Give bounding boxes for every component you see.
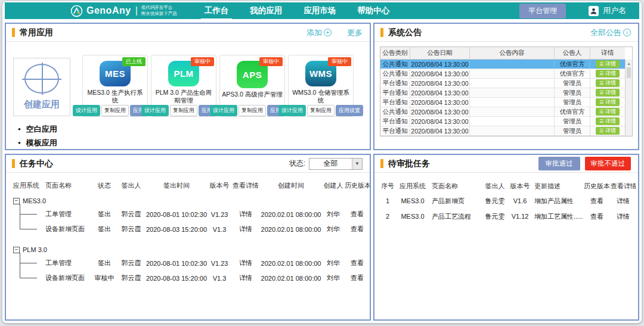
announcement-row[interactable]: 平台通知 2020/08/04 13:30:00 管理员 ☰详情 — [380, 88, 625, 98]
reject-button[interactable]: 审批不通过 — [585, 157, 631, 170]
announcement-category: 平台通知 — [380, 117, 410, 126]
vertical-scrollbar[interactable]: ▲ — [625, 60, 632, 136]
task-created-time: 2020.02.01 08:00:00 — [260, 275, 322, 282]
blank-app-option[interactable]: 空白应用 — [18, 122, 82, 136]
announcement-detail-button[interactable]: ☰详情 — [596, 70, 620, 77]
chevron-down-icon[interactable]: ▼ — [352, 159, 362, 169]
announcement-detail-button[interactable]: ☰详情 — [596, 79, 620, 87]
col-header: 历史版本 — [583, 182, 611, 191]
task-detail-link[interactable]: 详情 — [231, 225, 260, 234]
nav-app-market[interactable]: 应用市场 — [302, 2, 337, 19]
scroll-up-icon[interactable]: ▲ — [626, 60, 632, 66]
nav-workbench[interactable]: 工作台 — [203, 2, 230, 19]
approval-detail-link[interactable]: 详情 — [611, 212, 636, 221]
approval-history-link[interactable]: 查看 — [583, 197, 611, 206]
copy-app-button[interactable]: 复制应用 — [307, 105, 335, 116]
task-center-title: 任务中心 — [12, 159, 53, 169]
approval-person: 鲁元雯 — [482, 212, 508, 221]
task-center-panel: 任务中心 状态: 全部 ▼ 应用系统 页面名称 状态 签出人 签出时间 版本号 … — [5, 154, 371, 321]
platform-manage-button[interactable]: 平台管理 — [519, 4, 566, 18]
approve-button[interactable]: 审批通过 — [538, 157, 580, 170]
announcement-detail-button[interactable]: ☰详情 — [596, 127, 620, 135]
approvals-table-header: 序号 应用系统 页面名称 签出人 版本号 更新描述 历史版本 查看详情 — [379, 179, 633, 193]
app-settings-button[interactable]: 应用设置 — [336, 105, 363, 116]
announcement-detail-button[interactable]: ☰详情 — [596, 60, 620, 68]
announcement-row[interactable]: 公共通知 2020/08/04 13:30:00 优倍官方 ☰详情 — [380, 60, 625, 69]
task-detail-link[interactable]: 详情 — [231, 274, 260, 282]
announcement-date: 2020/08/04 13:30:00 — [410, 60, 470, 69]
design-app-button[interactable]: 设计应用 — [210, 105, 237, 116]
copy-app-button[interactable]: 复制应用 — [170, 105, 197, 116]
design-app-button[interactable]: 设计应用 — [73, 105, 100, 116]
tree-collapse-icon[interactable]: − — [13, 198, 20, 204]
tagline-line2: 南京优倍旗下产品 — [141, 11, 177, 16]
task-row[interactable]: 设备新增页面 签出 郭云霞 2020-08-03 15:20:00 V1.3 详… — [13, 222, 370, 237]
nav-my-apps[interactable]: 我的应用 — [249, 2, 283, 19]
create-app-label: 创建应用 — [24, 99, 60, 110]
approval-page: 产品工艺流程 — [429, 212, 482, 221]
task-row[interactable]: 设备新增页面 审核中 郭云霞 2020-08-03 15:20:00 V1.3 … — [13, 271, 370, 285]
announcement-publisher: 管理员 — [555, 98, 590, 107]
list-icon: ☰ — [599, 62, 603, 67]
approvals-panel: 待审批任务 审批通过 审批不通过 序号 应用系统 页面名称 签出人 版本号 更新… — [373, 154, 639, 321]
announcement-row[interactable]: 公共通知 2020/08/04 13:30:00 优倍官方 ☰详情 — [380, 69, 625, 79]
announcement-content — [470, 98, 555, 107]
task-history-link[interactable]: 查看 — [345, 274, 370, 282]
announcement-row[interactable]: 公共通知 2020/08/04 13:30:00 优倍官方 ☰详情 — [380, 107, 625, 117]
app-card-plm[interactable]: 审核中 PLM PLM 3.0 产品生命周期管理 设计应用 复制应用 应用设置 — [151, 55, 216, 117]
approval-history-link[interactable]: 查看 — [583, 212, 611, 221]
app-name: PLM 3.0 产品生命周期管理 — [151, 89, 216, 104]
app-card-mes[interactable]: 已上线 MES MES3.0 生产执行系统 设计应用 复制应用 应用设置 — [82, 55, 148, 117]
announcement-row[interactable]: 平台通知 2020/08/04 13:30:00 管理员 ☰详情 — [380, 79, 625, 88]
task-row[interactable]: 工单管理 签出 郭云霞 2020-08-01 10:02:30 V1.23 详情… — [13, 256, 370, 271]
nav-help-center[interactable]: 帮助中心 — [356, 2, 391, 19]
task-creator: 刘华 — [322, 274, 345, 282]
add-app-link[interactable]: 添加 + — [306, 27, 332, 38]
create-app-card[interactable]: 创建应用 — [13, 58, 70, 116]
tree-group-plm: − PLM 3.0 — [13, 244, 370, 256]
detail-label: 详情 — [605, 89, 616, 97]
announcement-date: 2020/08/04 13:30:00 — [410, 117, 470, 126]
approval-version: V1.6 — [508, 197, 532, 204]
all-announcements-link[interactable]: 全部公告 › — [590, 27, 631, 38]
announcements-title: 系统公告 — [380, 27, 422, 38]
announcement-detail-button[interactable]: ☰详情 — [596, 117, 620, 125]
app-card-aps[interactable]: 审核中 APS APS3.0 高级排产管理 设计应用 复制应用 应用设置 — [219, 55, 285, 117]
announcement-row[interactable]: 平台通知 2020/08/04 13:30:00 管理员 ☰详情 — [380, 126, 625, 136]
task-history-link[interactable]: 查看 — [345, 210, 370, 219]
announcement-publisher: 管理员 — [555, 88, 590, 97]
task-detail-link[interactable]: 详情 — [231, 210, 260, 219]
approvals-title: 待审批任务 — [380, 159, 430, 169]
col-header: 签出时间 — [145, 181, 208, 190]
col-header: 版本号 — [508, 182, 532, 191]
more-apps-link[interactable]: 更多 — [347, 27, 363, 38]
approval-row[interactable]: 1 MES3.0 产品新增页 鲁元雯 V1.6 增加产品属性 查看 详情 — [379, 193, 633, 209]
task-history-link[interactable]: 查看 — [345, 225, 370, 234]
design-app-button[interactable]: 设计应用 — [278, 105, 306, 116]
announcement-row[interactable]: 平台通知 2020/08/04 13:30:00 管理员 ☰详情 — [380, 117, 625, 126]
announcement-detail-button[interactable]: ☰详情 — [596, 108, 620, 116]
announcement-detail-button[interactable]: ☰详情 — [596, 89, 620, 97]
approval-row[interactable]: 2 MES3.0 产品工艺流程 鲁元雯 V1.12 增加工艺属性...... 查… — [379, 209, 633, 224]
announcement-content — [470, 60, 555, 69]
copy-app-button[interactable]: 复制应用 — [239, 105, 266, 116]
approval-index: 1 — [379, 197, 396, 204]
list-icon: ☰ — [599, 129, 603, 133]
app-card-wms[interactable]: 审核中 WMS WMS3.0 仓储管理系统 设计应用 复制应用 应用设置 — [288, 55, 354, 117]
task-history-link[interactable]: 查看 — [345, 259, 370, 268]
task-detail-link[interactable]: 详情 — [231, 259, 260, 268]
scrollbar-thumb[interactable] — [627, 67, 631, 78]
copy-app-button[interactable]: 复制应用 — [101, 105, 129, 116]
more-apps-label: 更多 — [347, 27, 363, 38]
announcement-row[interactable]: 平台通知 2020/08/04 13:30:00 管理员 ☰详情 — [380, 98, 625, 107]
design-app-button[interactable]: 设计应用 — [141, 105, 169, 116]
status-select[interactable]: 全部 ▼ — [309, 158, 363, 170]
tree-collapse-icon[interactable]: − — [13, 247, 20, 253]
approval-detail-link[interactable]: 详情 — [611, 197, 636, 206]
user-menu[interactable]: 用户名 — [589, 5, 626, 16]
task-row[interactable]: 工单管理 签出 郭云霞 2020-08-01 10:02:30 V1.23 详情… — [13, 207, 370, 222]
list-icon: ☰ — [599, 100, 603, 105]
template-app-option[interactable]: 模板应用 — [18, 136, 82, 150]
col-header: 公告日期 — [410, 47, 470, 59]
announcement-detail-button[interactable]: ☰详情 — [596, 98, 620, 106]
